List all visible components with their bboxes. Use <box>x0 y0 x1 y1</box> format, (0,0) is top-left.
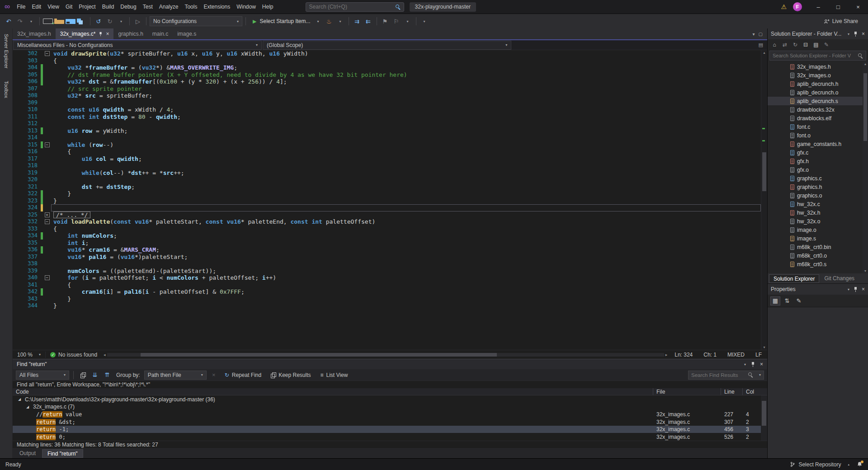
menu-analyze[interactable]: Analyze <box>156 0 182 14</box>
menu-extensions[interactable]: Extensions <box>200 0 233 14</box>
user-avatar[interactable]: F <box>793 2 802 11</box>
project-scope-dropdown[interactable]: Miscellaneous Files - No Configurations … <box>13 41 262 50</box>
configuration-dropdown[interactable]: No Configurations▾ <box>150 16 242 26</box>
column-header-file[interactable]: File <box>653 388 721 395</box>
file-item-gfx.c[interactable]: gfx.c <box>768 148 868 157</box>
clear-results-icon[interactable]: × <box>209 370 219 380</box>
repeat-find-button[interactable]: ↻ Repeat Find <box>221 370 265 380</box>
redo-icon[interactable]: ↻ <box>105 16 115 26</box>
collapse-region-icon[interactable]: − <box>45 275 50 280</box>
hscroll-track[interactable] <box>107 353 664 357</box>
bookmark-dropdown-icon[interactable]: ▾ <box>403 16 413 26</box>
code-line-337[interactable]: 337 vu16* pal16 = (vu16*)paletteStart; <box>13 254 761 261</box>
find-next-icon[interactable]: ⇉ <box>352 16 362 26</box>
code-line-324[interactable]: 324 <box>13 204 761 212</box>
menu-build[interactable]: Build <box>99 0 118 14</box>
tab-solution-explorer[interactable]: Solution Explorer <box>769 274 819 283</box>
file-item-font.c[interactable]: font.c <box>768 122 868 131</box>
code-line-309[interactable]: 309 <box>13 99 761 107</box>
new-file-icon[interactable] <box>43 19 53 24</box>
toolbar-overflow-icon[interactable]: ▾ <box>420 16 429 26</box>
code-line-341[interactable]: 341 { <box>13 282 761 289</box>
column-header-line[interactable]: Line <box>721 388 743 395</box>
file-item-image.s[interactable]: image.s <box>768 234 868 243</box>
navigation-dropdown-icon[interactable]: ▾ <box>26 16 36 26</box>
file-item-graphics.o[interactable]: graphics.o <box>768 191 868 200</box>
navigate-forward-icon[interactable]: ↷ <box>15 16 25 26</box>
code-line-342[interactable]: 342 cram16[i] = pal16[i - paletteOffset]… <box>13 288 761 296</box>
tab-git-changes[interactable]: Git Changes <box>820 274 859 283</box>
file-item-m68k_crt0.o[interactable]: m68k_crt0.o <box>768 251 868 260</box>
menu-edit[interactable]: Edit <box>28 0 44 14</box>
scroll-up-icon[interactable]: ▴ <box>761 51 767 55</box>
code-line-319[interactable]: 319 while(col--) *dst++ = *src++; <box>13 169 761 177</box>
keep-results-button[interactable]: Keep Results <box>267 370 314 380</box>
bookmark-icon[interactable]: ⚑ <box>380 16 390 26</box>
code-line-302[interactable]: 302−void drawSprite(u32* spriteBuffer, u… <box>13 50 761 57</box>
pin-icon[interactable] <box>99 31 103 36</box>
expander-icon[interactable]: ◢ <box>18 397 25 401</box>
code-line-320[interactable]: 320 <box>13 176 761 183</box>
window-position-icon[interactable]: ▾ <box>848 32 849 36</box>
window-position-icon[interactable]: ▾ <box>848 287 849 291</box>
pin-icon[interactable] <box>751 362 755 367</box>
close-icon[interactable]: × <box>862 286 865 292</box>
find-previous-icon[interactable]: ⇇ <box>363 16 373 26</box>
close-button[interactable]: × <box>848 0 868 14</box>
code-line-333[interactable]: 333{ <box>13 226 761 233</box>
code-line-318[interactable]: 318 <box>13 162 761 169</box>
code-line-310[interactable]: 310 const u16 qwidth = xWidth / 4; <box>13 106 761 113</box>
file-item-hw_32x.h[interactable]: hw_32x.h <box>768 208 868 217</box>
scrollbar-thumb[interactable] <box>863 73 867 141</box>
column-header-col[interactable]: Col <box>743 388 761 395</box>
find-group-row[interactable]: ◢C:\Users\matth\Downloads\32x-playground… <box>13 395 761 403</box>
code-line-305[interactable]: 305 // dst frame buffer pointer (X + Y o… <box>13 71 761 79</box>
code-line-335[interactable]: 335 int i; <box>13 240 761 247</box>
open-folder-icon[interactable] <box>54 20 64 24</box>
code-line-303[interactable]: 303{ <box>13 57 761 65</box>
scrollbar-thumb[interactable] <box>762 401 766 426</box>
editor-tab-32x_images-h[interactable]: 32x_images.h <box>13 28 56 39</box>
minimize-button[interactable]: – <box>808 0 828 14</box>
pin-icon[interactable] <box>854 31 858 37</box>
home-icon[interactable]: ⌂ <box>771 41 778 49</box>
find-result-row[interactable]: //return value32x_images.c2274 <box>13 411 761 418</box>
code-line-334[interactable]: 334 int numColors; <box>13 232 761 240</box>
code-line-314[interactable]: 314 <box>13 134 761 141</box>
results-scrollbar[interactable] <box>761 395 767 441</box>
solution-name-badge[interactable]: 32x-playground-master <box>410 2 476 12</box>
refresh-icon[interactable]: ↻ <box>792 41 799 49</box>
code-line-307[interactable]: 307 // src sprite pointer <box>13 85 761 93</box>
list-view-button[interactable]: ≡ List View <box>317 370 352 380</box>
find-panel-header[interactable]: Find "return" ▾ × <box>13 359 767 369</box>
quick-search-box[interactable] <box>306 2 404 12</box>
column-indicator[interactable]: Ch: 1 <box>698 352 722 358</box>
close-icon[interactable]: × <box>862 31 865 37</box>
save-all-icon[interactable] <box>77 19 87 24</box>
hot-reload-dropdown-icon[interactable]: ▾ <box>335 16 345 26</box>
scroll-left-icon[interactable]: ◂ <box>104 352 106 357</box>
code-line-316[interactable]: 316 { <box>13 148 761 155</box>
code-line-312[interactable]: 312 <box>13 120 761 127</box>
code-line-311[interactable]: 311 const int dstStep = 80 - qwidth; <box>13 113 761 121</box>
collapse-region-icon[interactable]: − <box>45 219 50 224</box>
outline-options-icon[interactable]: ▤ <box>755 42 767 48</box>
editor-tab-graphics-h[interactable]: graphics.h <box>113 28 147 39</box>
side-tab-server-explorer[interactable]: Server Explorer <box>4 34 9 68</box>
menu-project[interactable]: Project <box>75 0 99 14</box>
file-item-32x_images.o[interactable]: 32x_images.o <box>768 71 868 80</box>
editor-horizontal-scrollbar[interactable]: ◂ ▸ <box>102 350 669 359</box>
maximize-button[interactable]: □ <box>828 0 848 14</box>
zoom-dropdown[interactable]: 100 % ▾ <box>13 352 45 358</box>
code-line-332[interactable]: 332−void loadPalette(const vu16* palette… <box>13 218 761 226</box>
undo-icon[interactable]: ↺ <box>94 16 104 26</box>
collapsed-region[interactable]: /* ... */ <box>53 212 90 218</box>
expander-icon[interactable]: ◢ <box>26 405 33 409</box>
menu-file[interactable]: File <box>14 0 28 14</box>
editor-vertical-scrollbar[interactable]: ▴ ▾ <box>761 50 767 350</box>
find-results-search-box[interactable]: ▾ <box>688 371 764 380</box>
live-share-button[interactable]: Live Share <box>824 18 864 24</box>
group-by-dropdown[interactable]: Path then File ▾ <box>144 371 207 380</box>
expand-region-icon[interactable]: + <box>45 212 50 217</box>
solution-explorer-header[interactable]: Solution Explorer - Folder V... ▾ × <box>768 28 868 39</box>
